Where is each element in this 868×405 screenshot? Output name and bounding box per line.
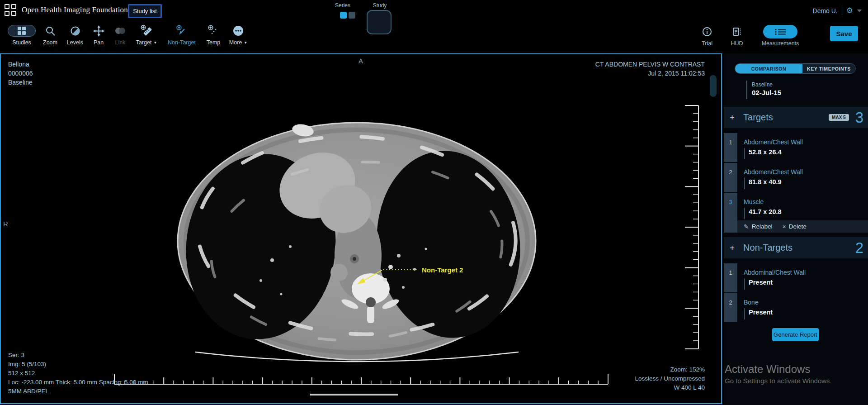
target-row-3-selected[interactable]: 3 Muscle 41.7 x 20.8 ✎ Relabel × Delete [724, 193, 868, 233]
measurement-number: 2 [724, 293, 737, 322]
magnifier-icon [45, 26, 56, 36]
ohif-logo-icon [5, 4, 17, 17]
measurement-value: 81.8 x 40.9 [744, 178, 782, 189]
target-row-1[interactable]: 1 Abdomen/Chest Wall 52.8 x 26.4 [724, 133, 868, 162]
ct-body [177, 123, 536, 360]
toolbar-button-target[interactable]: Target▼ [132, 22, 161, 46]
user-name: Demo U. [813, 7, 838, 14]
gear-icon[interactable]: ⚙ [846, 7, 853, 14]
hud-panel-icon [731, 26, 742, 37]
non-target-row-1[interactable]: 1 Abdominal/Chest Wall Present [724, 263, 868, 292]
toolbar-label: Non-Target [168, 39, 196, 46]
measurement-label: Muscle [737, 198, 868, 205]
ct-viewport[interactable]: Non-Target 2 A R Bellona 0000006 Baselin… [0, 53, 722, 404]
relabel-label: Relabel [752, 223, 773, 230]
user-menu[interactable]: Demo U. ⚙ [813, 0, 862, 21]
study-label: Study [367, 2, 392, 9]
toolbar-button-zoom[interactable]: Zoom [39, 22, 61, 46]
toolbar: Studies Zoom Levels [0, 21, 868, 51]
save-button[interactable]: Save [830, 26, 858, 41]
toolbar-label: HUD [731, 40, 743, 47]
timepoint-label: Baseline [752, 81, 781, 88]
delete-button[interactable]: × Delete [783, 223, 807, 230]
toolbar-button-hud[interactable]: HUD [728, 23, 746, 47]
studies-active-pill [8, 25, 36, 37]
close-icon: × [783, 223, 786, 230]
target-ruler-icon [140, 24, 153, 37]
toolbar-left: Studies Zoom Levels [5, 22, 251, 46]
targets-header: + Targets MAX 5 3 [724, 107, 868, 128]
non-targets-list: 1 Abdominal/Chest Wall Present 2 Bone Pr… [724, 263, 868, 322]
divider [842, 7, 842, 15]
orientation-marker-anterior: A [359, 57, 363, 65]
measurement-label: Bone [737, 299, 868, 306]
measurement-value: Present [744, 308, 773, 319]
window-level: W 400 L 40 [635, 383, 705, 392]
targets-count: 3 [855, 109, 863, 126]
measurement-value: 41.7 x 20.8 [744, 208, 782, 219]
measurement-label: Abdominal/Chest Wall [737, 269, 868, 276]
toolbar-button-studies[interactable]: Studies [5, 22, 38, 46]
measurement-number: 1 [724, 133, 737, 162]
patient-name: Bellona [8, 60, 33, 69]
tab-comparison[interactable]: COMPARISON [735, 64, 802, 73]
max-badge: MAX 5 [829, 114, 849, 121]
relabel-button[interactable]: ✎ Relabel [744, 223, 773, 230]
toolbar-button-more[interactable]: More▼ [225, 22, 251, 46]
delete-label: Delete [789, 223, 807, 230]
compression-info: Lossless / Uncompressed [635, 374, 705, 383]
temp-dotted-arrow-icon [207, 24, 220, 37]
orientation-marker-right: R [3, 220, 8, 228]
timepoint-date: 02-Jul-15 [752, 89, 781, 96]
tab-key-timepoints[interactable]: KEY TIMEPOINTS [802, 64, 855, 73]
aorta [330, 264, 348, 281]
series-thumb-active[interactable] [340, 12, 347, 19]
activate-windows-watermark: Activate Windows Go to Settings to activ… [725, 363, 832, 385]
overlay-patient-info: Bellona 0000006 Baseline [8, 60, 33, 87]
measurement-actions: ✎ Relabel × Delete [737, 220, 868, 233]
measurement-number: 2 [724, 163, 737, 192]
zoom-level: Zoom: 152% [635, 365, 705, 374]
horizontal-ruler [114, 374, 608, 384]
non-targets-header: + Non-Targets 2 [724, 237, 868, 258]
study-datetime: Jul 2, 2015 11:02:53 [595, 69, 705, 78]
toolbar-button-non-target[interactable]: Non-Target [162, 22, 202, 46]
pan-icon [93, 25, 104, 37]
non-target-row-2[interactable]: 2 Bone Present [724, 293, 868, 322]
toolbar-button-link[interactable]: Link [109, 22, 131, 46]
series-thumb[interactable] [349, 12, 355, 19]
overlay-series-info: Ser: 3 Img: 5 (5/103) 512 x 512 Loc: -22… [8, 351, 148, 396]
add-target-button[interactable]: + [730, 113, 735, 123]
measurements-panel: COMPARISON KEY TIMEPOINTS Baseline 02-Ju… [724, 53, 868, 405]
chevron-down-icon[interactable] [857, 10, 862, 12]
series-thumbnails[interactable] [340, 12, 355, 19]
info-icon [702, 26, 712, 37]
toolbar-right: Trial HUD [698, 23, 858, 47]
panel-tabs: COMPARISON KEY TIMEPOINTS [735, 63, 856, 74]
toolbar-label: Levels [67, 39, 83, 46]
stack-scrollbar-thumb[interactable] [710, 75, 717, 97]
series-description: 5MM ABD/PEL [8, 387, 148, 396]
toolbar-label: Temp [207, 39, 221, 46]
toolbar-button-pan[interactable]: Pan [89, 22, 108, 46]
toolbar-button-trial[interactable]: Trial [698, 23, 716, 47]
slice-location: Loc: -223.00 mm Thick: 5.00 mm Spacing: … [8, 378, 148, 387]
toolbar-label: Zoom [43, 39, 57, 46]
generate-report-button[interactable]: Generate Report [772, 328, 819, 341]
measurement-label: Abdomen/Chest Wall [737, 138, 868, 146]
target-row-2[interactable]: 2 Abdomen/Chest Wall 81.8 x 40.9 [724, 163, 868, 192]
levels-icon [70, 26, 80, 36]
add-non-target-button[interactable]: + [730, 243, 735, 253]
measurement-value: 52.8 x 26.4 [744, 148, 782, 159]
toolbar-button-measurements[interactable]: Measurements [758, 23, 803, 47]
caret-down-icon: ▼ [153, 41, 157, 45]
toolbar-button-levels[interactable]: Levels [62, 22, 88, 46]
study-list-button[interactable]: Study list [128, 4, 162, 18]
toolbar-button-temp[interactable]: Temp [203, 22, 224, 46]
measurements-active-pill [763, 25, 797, 38]
top-bar: Open Health Imaging Foundation Study lis… [0, 0, 868, 21]
list-icon [774, 28, 787, 36]
toolbar-label: Pan [94, 39, 104, 46]
timepoint-name: Baseline [8, 78, 33, 87]
timepoint-entry[interactable]: Baseline 02-Jul-15 [746, 81, 781, 99]
